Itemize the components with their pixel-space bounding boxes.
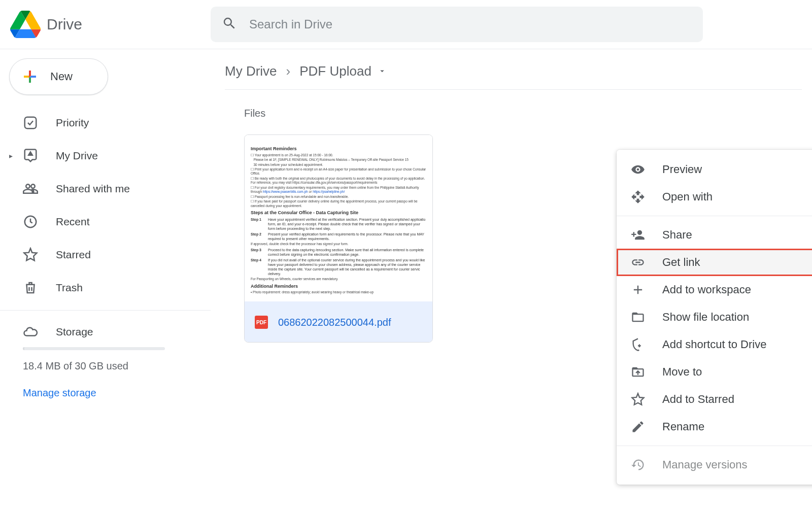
divider xyxy=(0,310,211,311)
menu-item-rename[interactable]: Rename xyxy=(617,413,812,440)
priority-icon xyxy=(23,115,38,130)
folder-icon xyxy=(631,310,645,324)
cloud-icon xyxy=(23,324,38,339)
main-content: My Drive › PDF Upload Files Important Re… xyxy=(211,49,812,408)
menu-item-add-shortcut[interactable]: Add shortcut to Drive xyxy=(617,331,812,358)
menu-item-open-with[interactable]: Open with › xyxy=(617,183,812,211)
search-bar[interactable] xyxy=(211,7,703,42)
menu-item-add-starred[interactable]: Add to Starred xyxy=(617,386,812,413)
nav-list: Priority ▸ My Drive Shared with me Recen… xyxy=(0,106,211,304)
menu-label: Add to workspace xyxy=(662,283,751,296)
file-footer: PDF 06862022082500044.pdf xyxy=(245,301,432,343)
menu-item-manage-versions[interactable]: Manage versions xyxy=(617,451,812,479)
menu-item-add-workspace[interactable]: Add to workspace › xyxy=(617,276,812,303)
expand-caret-icon[interactable]: ▸ xyxy=(9,152,13,160)
menu-label: Get link xyxy=(662,256,700,269)
logo-area[interactable]: Drive xyxy=(10,11,211,38)
nav-item-starred[interactable]: Starred xyxy=(0,238,211,271)
breadcrumb-current[interactable]: PDF Upload xyxy=(299,63,387,79)
menu-divider xyxy=(617,216,812,216)
plus-icon xyxy=(21,67,39,86)
storage-bar xyxy=(0,347,211,350)
menu-label: Add shortcut to Drive xyxy=(662,338,766,351)
mydrive-icon xyxy=(23,148,38,163)
menu-label: Open with xyxy=(662,190,713,203)
dropdown-caret-icon xyxy=(378,63,387,79)
shortcut-icon xyxy=(631,337,645,352)
clock-icon xyxy=(23,214,38,229)
new-button-label: New xyxy=(50,70,73,83)
manage-storage-link[interactable]: Manage storage xyxy=(0,387,211,399)
menu-label: Rename xyxy=(662,420,704,433)
person-add-icon xyxy=(631,228,645,242)
menu-item-share[interactable]: Share xyxy=(617,221,812,249)
drive-logo-icon xyxy=(10,11,41,38)
nav-item-storage[interactable]: Storage xyxy=(0,317,211,347)
context-menu: Preview Open with › Share Get link Add t… xyxy=(617,150,812,485)
eye-icon xyxy=(631,162,645,177)
shared-icon xyxy=(23,181,38,196)
open-with-icon xyxy=(631,190,645,204)
files-section-label: Files xyxy=(244,108,812,119)
menu-label: Manage versions xyxy=(662,458,748,471)
nav-item-priority[interactable]: Priority xyxy=(0,106,211,139)
menu-divider xyxy=(617,446,812,446)
menu-label: Move to xyxy=(662,365,702,379)
star-outline-icon xyxy=(631,392,645,406)
link-icon xyxy=(631,255,645,269)
sidebar: New Priority ▸ My Drive Shared with me R… xyxy=(0,49,211,408)
header: Drive xyxy=(0,0,812,49)
menu-label: Preview xyxy=(662,163,702,176)
nav-label: Starred xyxy=(56,249,91,261)
new-button[interactable]: New xyxy=(9,58,108,95)
menu-item-show-location[interactable]: Show file location xyxy=(617,303,812,331)
storage-label: Storage xyxy=(56,326,93,338)
file-card[interactable]: Important Reminders ☐ Your appointment i… xyxy=(244,134,433,343)
nav-label: My Drive xyxy=(56,150,98,162)
file-name: 06862022082500044.pdf xyxy=(278,317,391,328)
menu-label: Add to Starred xyxy=(662,393,734,406)
trash-icon xyxy=(23,280,38,295)
nav-label: Shared with me xyxy=(56,183,130,195)
nav-label: Priority xyxy=(56,117,89,129)
breadcrumb: My Drive › PDF Upload xyxy=(225,63,802,90)
menu-item-move-to[interactable]: Move to xyxy=(617,358,812,386)
nav-label: Recent xyxy=(56,216,90,228)
nav-item-recent[interactable]: Recent xyxy=(0,205,211,238)
storage-used-text: 18.4 MB of 30 GB used xyxy=(0,360,211,372)
versions-icon xyxy=(631,458,645,472)
plus-thin-icon xyxy=(631,283,645,297)
pdf-badge-icon: PDF xyxy=(255,316,268,329)
svg-rect-0 xyxy=(25,117,37,128)
nav-item-shared[interactable]: Shared with me xyxy=(0,172,211,205)
search-input[interactable] xyxy=(249,17,692,31)
star-icon xyxy=(23,247,38,262)
move-to-icon xyxy=(631,365,645,379)
chevron-right-icon: › xyxy=(286,63,291,79)
menu-label: Show file location xyxy=(662,311,749,324)
app-name: Drive xyxy=(47,16,82,33)
menu-label: Share xyxy=(662,228,692,242)
nav-item-mydrive[interactable]: ▸ My Drive xyxy=(0,139,211,172)
search-icon xyxy=(222,16,237,33)
file-thumbnail: Important Reminders ☐ Your appointment i… xyxy=(245,135,432,301)
breadcrumb-parent[interactable]: My Drive xyxy=(225,63,277,79)
nav-item-trash[interactable]: Trash xyxy=(0,271,211,304)
nav-label: Trash xyxy=(56,282,83,294)
breadcrumb-current-label: PDF Upload xyxy=(299,63,371,79)
menu-item-preview[interactable]: Preview xyxy=(617,156,812,183)
pencil-icon xyxy=(631,420,645,434)
menu-item-get-link[interactable]: Get link xyxy=(617,249,812,276)
